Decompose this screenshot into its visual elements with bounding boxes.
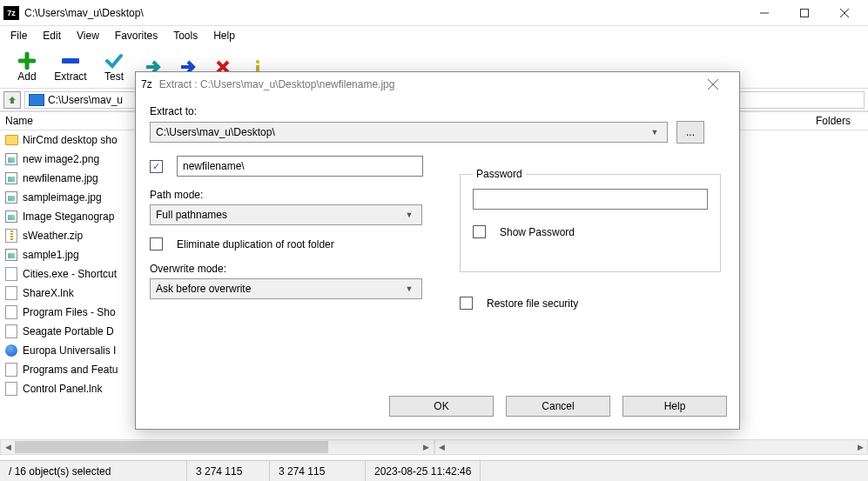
plus-icon	[18, 51, 36, 70]
eliminate-label: Eliminate duplication of root folder	[177, 238, 334, 251]
path-text: C:\Users\mav_u	[48, 94, 123, 106]
scroll-left-arrow-icon[interactable]: ◀	[435, 440, 449, 454]
file-name: Control Panel.lnk	[23, 383, 102, 395]
file-name: ShareX.lnk	[23, 287, 74, 299]
toolbar-add-button[interactable]: Add	[5, 51, 49, 83]
path-mode-combo[interactable]: Full pathnames ▼	[150, 204, 422, 225]
chevron-down-icon: ▼	[402, 284, 416, 293]
chevron-down-icon: ▼	[402, 210, 416, 219]
password-legend: Password	[473, 168, 526, 180]
cancel-button[interactable]: Cancel	[506, 396, 610, 417]
extract-to-value: C:\Users\mav_u\Desktop\	[156, 126, 275, 138]
scroll-left-arrow-icon[interactable]: ◀	[1, 440, 15, 454]
file-icon	[3, 324, 19, 338]
dialog-title: Extract : C:\Users\mav_u\Desktop\newfile…	[159, 78, 708, 90]
image-icon	[3, 171, 19, 185]
password-input[interactable]	[473, 189, 708, 210]
file-name: Programs and Featu	[23, 364, 118, 376]
file-name: Program Files - Sho	[23, 306, 116, 318]
toolbar-add-label: Add	[17, 70, 36, 83]
file-name: sampleimage.jpg	[23, 191, 102, 204]
extract-to-combo[interactable]: C:\Users\mav_u\Desktop\ ▼	[150, 122, 668, 143]
restore-checkbox[interactable]	[460, 297, 473, 310]
browse-button[interactable]: ...	[676, 121, 704, 144]
scrollbar-thumb[interactable]	[15, 441, 328, 453]
file-name: sample1.jpg	[23, 249, 79, 261]
app-icon: 7z	[141, 78, 152, 90]
file-name: Seagate Portable D	[23, 325, 114, 337]
menubar: File Edit View Favorites Tools Help	[0, 26, 868, 45]
menu-help[interactable]: Help	[206, 28, 242, 43]
close-button[interactable]	[824, 0, 865, 26]
dialog-close-button[interactable]	[708, 79, 734, 90]
horizontal-scrollbar-right[interactable]: ◀ ▶	[434, 439, 869, 455]
menu-view[interactable]: View	[70, 28, 106, 43]
window-title: C:\Users\mav_u\Desktop\	[24, 7, 744, 19]
svg-rect-1	[801, 9, 809, 17]
help-button[interactable]: Help	[622, 396, 727, 417]
toolbar-extract-button[interactable]: Extract	[49, 51, 92, 83]
ok-label: OK	[434, 400, 448, 412]
image-icon	[3, 152, 19, 166]
file-name: Europa Universalis I	[23, 344, 116, 357]
cancel-label: Cancel	[542, 400, 574, 412]
show-password-checkbox[interactable]	[473, 225, 486, 238]
toolbar-extract-label: Extract	[54, 70, 86, 83]
toolbar-test-button[interactable]: Test	[92, 51, 136, 83]
file-icon	[3, 382, 19, 396]
app-icon: 7z	[3, 6, 19, 20]
menu-edit[interactable]: Edit	[36, 28, 68, 43]
status-size2: 3 274 115	[270, 461, 366, 481]
overwrite-combo[interactable]: Ask before overwrite ▼	[150, 278, 422, 299]
file-icon	[3, 363, 19, 377]
dialog-titlebar: 7z Extract : C:\Users\mav_u\Desktop\newf…	[136, 72, 739, 97]
scroll-right-arrow-icon[interactable]: ▶	[420, 440, 434, 454]
up-button[interactable]	[3, 91, 21, 109]
svg-point-4	[256, 60, 259, 63]
menu-favorites[interactable]: Favorites	[108, 28, 165, 43]
file-icon	[3, 267, 19, 281]
zip-icon	[3, 229, 19, 243]
help-label: Help	[664, 400, 686, 412]
file-icon	[3, 286, 19, 300]
scroll-right-arrow-icon[interactable]: ▶	[853, 440, 867, 454]
horizontal-scrollbar[interactable]: ◀ ▶	[0, 439, 434, 455]
show-password-label: Show Password	[500, 226, 575, 238]
image-icon	[3, 248, 19, 262]
file-name: sWeather.zip	[23, 230, 83, 242]
close-icon	[708, 79, 718, 90]
file-name: newfilename.jpg	[23, 172, 98, 184]
status-selected: / 16 object(s) selected	[0, 461, 187, 481]
subfolder-input[interactable]: newfilename\	[177, 156, 423, 177]
status-size1: 3 274 115	[187, 461, 270, 481]
path-mode-value: Full pathnames	[156, 209, 227, 221]
folder-icon	[3, 133, 19, 147]
menu-tools[interactable]: Tools	[166, 28, 205, 43]
browse-label: ...	[686, 126, 695, 138]
minimize-button[interactable]	[744, 0, 784, 26]
maximize-button[interactable]	[784, 0, 824, 26]
menu-file[interactable]: File	[3, 28, 34, 43]
scrollbar-area: ◀ ▶ ◀ ▶	[0, 439, 868, 455]
extract-dialog: 7z Extract : C:\Users\mav_u\Desktop\newf…	[135, 71, 740, 430]
folder-up-icon	[7, 95, 17, 105]
toolbar-test-label: Test	[104, 70, 124, 83]
restore-label: Restore file security	[487, 297, 578, 310]
subfolder-value: newfilename\	[183, 160, 245, 172]
extract-to-label: Extract to:	[150, 105, 725, 117]
window-titlebar: 7z C:\Users\mav_u\Desktop\	[0, 0, 868, 26]
file-name: Image Steganograp	[23, 210, 114, 223]
password-group: Password Show Password	[460, 168, 721, 272]
eliminate-checkbox[interactable]	[150, 237, 163, 251]
minus-icon	[62, 51, 79, 70]
globe-icon	[3, 344, 19, 357]
file-name: NirCmd desktop sho	[23, 134, 118, 146]
subfolder-checkbox[interactable]: ✓	[150, 160, 163, 173]
overwrite-value: Ask before overwrite	[156, 283, 251, 295]
ok-button[interactable]: OK	[389, 396, 494, 417]
column-folders[interactable]: Folders	[811, 115, 868, 127]
file-name: Cities.exe - Shortcut	[23, 268, 117, 280]
chevron-down-icon: ▼	[648, 128, 662, 137]
status-date: 2023-08-25 11:42:46	[366, 461, 481, 481]
file-name: new image2.png	[23, 153, 99, 165]
